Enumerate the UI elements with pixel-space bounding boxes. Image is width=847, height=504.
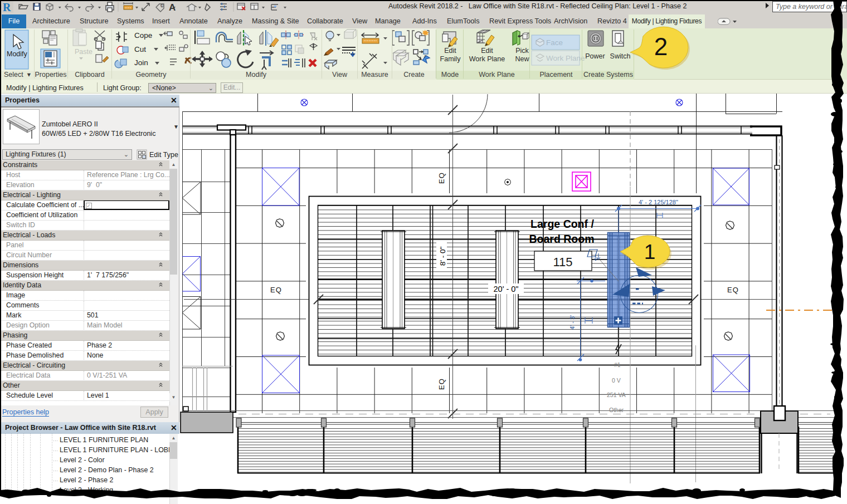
svg-text:EQ: EQ — [270, 286, 282, 294]
svg-text:251 VA: 251 VA — [607, 392, 626, 398]
svg-text:A: A — [169, 2, 176, 13]
svg-text:Board Room: Board Room — [529, 233, 595, 245]
svg-text:EQ: EQ — [727, 286, 739, 294]
svg-text:Cope: Cope — [134, 31, 152, 40]
svg-text:Face: Face — [546, 38, 563, 47]
svg-text:115: 115 — [553, 255, 572, 269]
svg-text:20' - 0": 20' - 0" — [494, 285, 519, 293]
svg-text:4' - 2 125/128": 4' - 2 125/128" — [639, 199, 678, 205]
svg-text:Join: Join — [134, 58, 148, 67]
svg-text:Large Conf /: Large Conf / — [530, 218, 594, 230]
svg-text:Work Plane: Work Plane — [546, 54, 585, 62]
svg-text:0 V: 0 V — [612, 377, 621, 384]
svg-text:R: R — [3, 1, 11, 13]
svg-text:EQ: EQ — [437, 172, 446, 184]
svg-text:1: 1 — [644, 241, 656, 263]
svg-text:4' - 3': 4' - 3' — [569, 315, 576, 330]
svg-text:EQ: EQ — [437, 378, 446, 390]
svg-text:Modify: Modify — [7, 50, 28, 58]
svg-text:8' - 0": 8' - 0" — [439, 247, 447, 266]
svg-text:1: 1 — [161, 4, 163, 8]
svg-text:Cut: Cut — [134, 45, 146, 53]
svg-text:2: 2 — [654, 33, 668, 60]
svg-text:Other: Other — [609, 407, 624, 413]
svg-text:#1: #1 — [614, 361, 621, 368]
svg-text:Paste: Paste — [75, 48, 93, 56]
